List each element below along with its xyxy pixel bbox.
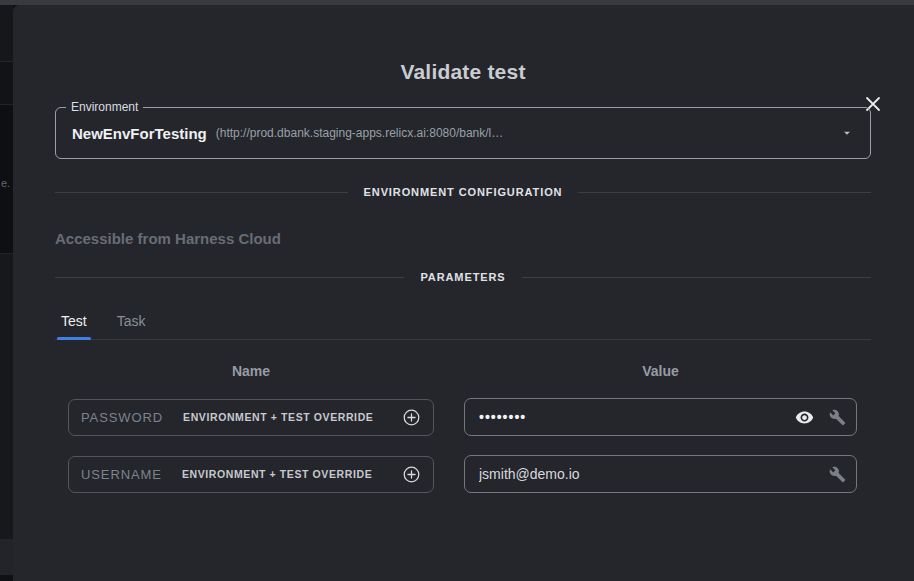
parameter-name: PASSWORD: [81, 410, 163, 425]
section-title: ENVIRONMENT CONFIGURATION: [364, 186, 563, 198]
dialog-title: Validate test: [55, 60, 871, 84]
background-section-edge: [0, 62, 13, 105]
wrench-icon: [829, 466, 846, 483]
username-name-chip[interactable]: USERNAME ENVIRONMENT + TEST OVERRIDE: [68, 456, 434, 493]
section-title: PARAMETERS: [420, 271, 505, 283]
toggle-visibility-button[interactable]: [795, 408, 814, 427]
accessible-from-text: Accessible from Harness Cloud: [55, 230, 871, 247]
background-section-edge: e.: [0, 105, 13, 254]
parameter-row-username: USERNAME ENVIRONMENT + TEST OVERRIDE: [55, 455, 871, 493]
validate-test-dialog: Validate test Environment NewEnvForTesti…: [13, 5, 914, 581]
section-divider-parameters: PARAMETERS: [55, 271, 871, 283]
chevron-down-icon: [840, 126, 854, 140]
plus-circle-icon: [402, 408, 421, 427]
parameters-tab-bar: Test Task: [55, 313, 871, 340]
environment-url: (http://prod.dbank.staging-apps.relicx.a…: [216, 126, 830, 140]
username-value-field-wrapper: [464, 455, 857, 493]
configure-value-button[interactable]: [829, 409, 846, 426]
override-badge: ENVIRONMENT + TEST OVERRIDE: [182, 468, 372, 480]
plus-circle-icon: [402, 465, 421, 484]
background-truncated-text: e.: [1, 177, 10, 189]
add-override-button[interactable]: [402, 465, 421, 484]
override-badge: ENVIRONMENT + TEST OVERRIDE: [183, 411, 373, 423]
tab-task[interactable]: Task: [113, 313, 150, 339]
environment-select[interactable]: Environment NewEnvForTesting (http://pro…: [55, 107, 871, 159]
configure-value-button[interactable]: [829, 466, 846, 483]
eye-icon: [795, 408, 814, 427]
wrench-icon: [829, 409, 846, 426]
password-value-field-wrapper: [464, 398, 857, 436]
background-section-edge: [0, 254, 13, 539]
environment-select-label: Environment: [66, 100, 143, 114]
background-footer-edge: [0, 539, 13, 575]
section-divider-environment-configuration: ENVIRONMENT CONFIGURATION: [55, 186, 871, 198]
column-header-value: Value: [464, 363, 857, 379]
parameters-column-headers: Name Value: [55, 363, 871, 379]
environment-name: NewEnvForTesting: [72, 125, 207, 142]
username-value-input[interactable]: [479, 466, 814, 482]
background-page-edge: e.: [0, 5, 13, 581]
password-name-chip[interactable]: PASSWORD ENVIRONMENT + TEST OVERRIDE: [68, 399, 434, 436]
add-override-button[interactable]: [402, 408, 421, 427]
password-value-input[interactable]: [479, 409, 780, 425]
column-header-name: Name: [68, 363, 434, 379]
parameter-row-password: PASSWORD ENVIRONMENT + TEST OVERRIDE: [55, 398, 871, 436]
tab-test[interactable]: Test: [57, 313, 91, 339]
parameter-name: USERNAME: [81, 467, 162, 482]
background-header-edge: [0, 5, 13, 62]
